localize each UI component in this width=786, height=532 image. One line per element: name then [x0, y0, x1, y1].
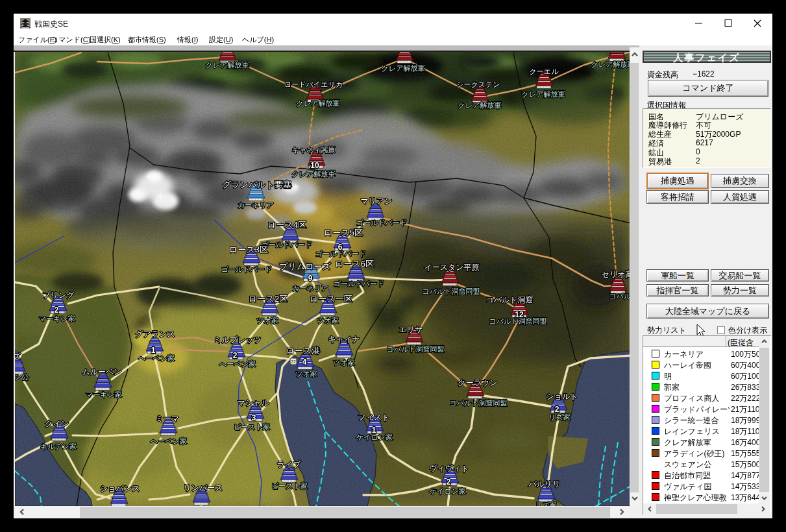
svg-text:イースタン平原: イースタン平原 [424, 263, 479, 272]
svg-text:ロース4区: ロース4区 [267, 220, 306, 230]
svg-text:ツオ家: ツオ家 [333, 359, 355, 367]
svg-text:ツオ家: ツオ家 [256, 317, 278, 324]
svg-text:ロース6区: ロース6区 [335, 259, 374, 269]
svg-text:2: 2 [55, 306, 59, 315]
svg-text:コバルト洞窟: コバルト洞窟 [485, 295, 533, 304]
svg-text:ミルブレッツ: ミルブレッツ [214, 335, 262, 345]
svg-text:ツオ家: ツオ家 [295, 370, 317, 378]
svg-text:キャネィ高原: キャネィ高原 [291, 146, 335, 154]
svg-text:ショパンス: ショパンス [100, 484, 140, 493]
svg-text:マリアン: マリアン [360, 197, 392, 206]
svg-text:3: 3 [252, 413, 256, 422]
svg-text:キルデン家: キルデン家 [40, 442, 77, 450]
svg-text:クレア解放軍: クレア解放軍 [382, 64, 425, 72]
svg-text:ビースト家: ビースト家 [234, 423, 270, 431]
svg-text:2: 2 [233, 351, 238, 360]
svg-text:ビースト家: ビースト家 [271, 482, 308, 490]
svg-text:ツオ家: ツオ家 [317, 317, 339, 324]
svg-text:ロース一区: ロース一区 [310, 294, 352, 304]
svg-text:22: 22 [291, 359, 296, 364]
svg-text:ライブ: ライブ [277, 460, 302, 469]
svg-text:プリムローズ: プリムローズ [279, 261, 331, 271]
svg-text:ミーマ: ミーマ [156, 414, 180, 423]
svg-text:コバルト洞窟同盟: コバルト洞窟同盟 [449, 399, 507, 407]
svg-text:クーラウン: クーラウン [458, 378, 497, 387]
svg-text:リンバース: リンバース [183, 483, 223, 492]
svg-text:ヘーベン家: ヘーベン家 [219, 360, 256, 368]
svg-text:クレア解放軍: クレア解放軍 [292, 170, 336, 178]
svg-text:10: 10 [310, 161, 319, 170]
svg-text:コバルト洞窟同盟: コバルト洞窟同盟 [609, 292, 630, 300]
svg-text:クイン: クイン [45, 419, 69, 428]
svg-text:4: 4 [302, 357, 307, 367]
svg-text:マーキン家: マーキン家 [39, 315, 75, 322]
svg-text:ヘーベン家: ヘーベン家 [138, 354, 175, 362]
svg-text:2: 2 [447, 478, 451, 487]
svg-text:ゴールドバード: ゴールドバード [262, 241, 312, 248]
svg-text:グランバルト要塞: グランバルト要塞 [223, 180, 291, 189]
svg-text:キャイナ: キャイナ [328, 335, 360, 344]
svg-text:ヘーベン家: ヘーベン家 [151, 437, 187, 445]
svg-text:ヴィヴィト: ヴィヴィト [429, 464, 469, 473]
svg-text:ゴールドバード: ゴールドバード [356, 219, 407, 226]
svg-text:クーエル: クーエル [530, 67, 559, 75]
svg-text:コバルト洞窟同盟: コバルト洞窟同盟 [386, 345, 444, 353]
svg-text:ロース2区: ロース2区 [249, 294, 288, 304]
svg-text:ショルト: ショルト [546, 392, 578, 401]
svg-text:フィスト: フィスト [358, 413, 389, 422]
svg-text:コバルト洞窟同盟: コバルト洞窟同盟 [422, 287, 480, 295]
svg-text:セリオ高原: セリオ高原 [602, 270, 630, 279]
svg-text:9: 9 [308, 274, 313, 283]
svg-text:カーネリア: カーネリア [238, 201, 274, 209]
svg-text:ゴールドバード: ゴールドバード [221, 265, 272, 273]
svg-text:ロードバイエリカ: ロードバイエリカ [284, 80, 343, 88]
svg-text:ロース5区: ロース5区 [324, 228, 363, 237]
svg-text:クレア解放軍: クレア解放軍 [297, 99, 340, 107]
svg-text:クレア解放軍: クレア解放軍 [458, 101, 502, 109]
svg-text:マシャル: マシャル [237, 398, 269, 407]
svg-text:12: 12 [515, 310, 524, 319]
svg-text:バルサリ: バルサリ [528, 479, 560, 489]
svg-text:ロース3区: ロース3区 [229, 245, 268, 254]
svg-text:1: 1 [151, 346, 156, 355]
svg-text:クレア解放軍: クレア解放軍 [206, 61, 249, 69]
svg-text:マーキン家: マーキン家 [86, 391, 122, 398]
svg-text:リズ家: リズ家 [535, 501, 557, 506]
svg-text:ロース港: ロース港 [286, 346, 321, 356]
svg-text:プリング: プリング [42, 291, 75, 300]
svg-text:1: 1 [372, 426, 376, 435]
svg-text:リズ家: リズ家 [548, 413, 571, 421]
svg-text:エリサ: エリサ [399, 325, 423, 334]
svg-text:ムルーベン: ムルーベン [82, 367, 121, 376]
svg-text:2: 2 [555, 405, 559, 414]
svg-text:ズ: ズ [15, 352, 21, 361]
svg-text:ン公: ン公 [15, 373, 29, 381]
svg-text:ケイロン家: ケイロン家 [430, 487, 466, 495]
svg-text:クレア解放軍: クレア解放軍 [522, 90, 565, 98]
svg-text:カーネリア: カーネリア [292, 284, 328, 292]
svg-text:グアランス: グアランス [135, 330, 175, 339]
svg-text:クレア解放軍: クレア解放軍 [591, 60, 630, 68]
svg-text:6: 6 [338, 243, 343, 252]
svg-text:ゴールドバード: ゴールドバード [334, 280, 384, 287]
svg-text:シークステン: シークステン [456, 80, 500, 88]
